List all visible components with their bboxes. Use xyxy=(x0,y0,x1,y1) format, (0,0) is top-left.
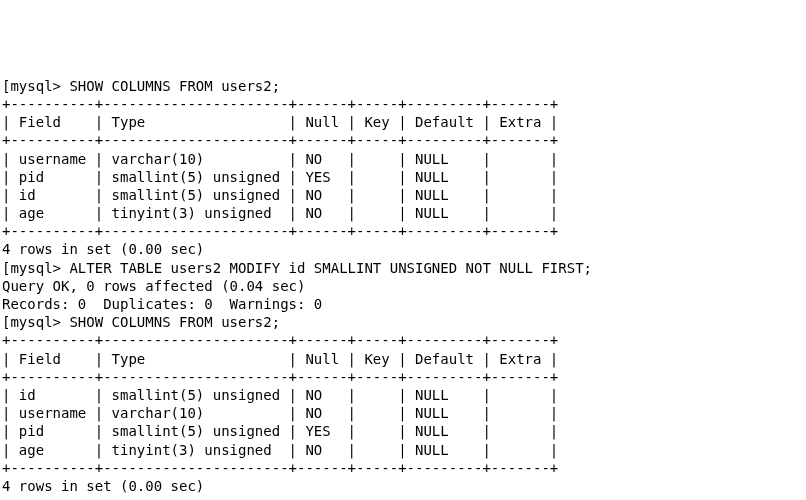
table-row: | pid | smallint(5) unsigned | YES | | N… xyxy=(2,422,804,440)
table-row: | id | smallint(5) unsigned | NO | | NUL… xyxy=(2,186,804,204)
result-summary-cut: 4 rows in set (0.00 sec) xyxy=(2,477,804,495)
mysql-command[interactable]: [mysql> ALTER TABLE users2 MODIFY id SMA… xyxy=(2,259,804,277)
table-border: +----------+----------------------+-----… xyxy=(2,95,804,113)
table-row: | age | tinyint(3) unsigned | NO | | NUL… xyxy=(2,441,804,459)
table-border: +----------+----------------------+-----… xyxy=(2,368,804,386)
mysql-command[interactable]: [mysql> SHOW COLUMNS FROM users2; xyxy=(2,313,804,331)
result-text: Records: 0 Duplicates: 0 Warnings: 0 xyxy=(2,295,804,313)
table-border: +----------+----------------------+-----… xyxy=(2,459,804,477)
table-border: +----------+----------------------+-----… xyxy=(2,331,804,349)
table-border: +----------+----------------------+-----… xyxy=(2,131,804,149)
table-row: | pid | smallint(5) unsigned | YES | | N… xyxy=(2,168,804,186)
table-row: | id | smallint(5) unsigned | NO | | NUL… xyxy=(2,386,804,404)
result-summary: 4 rows in set (0.00 sec) xyxy=(2,240,804,258)
table-row: | username | varchar(10) | NO | | NULL |… xyxy=(2,404,804,422)
table-header-row: | Field | Type | Null | Key | Default | … xyxy=(2,113,804,131)
result-text: Query OK, 0 rows affected (0.04 sec) xyxy=(2,277,804,295)
table-border: +----------+----------------------+-----… xyxy=(2,222,804,240)
terminal-output: [mysql> SHOW COLUMNS FROM users2;+------… xyxy=(2,77,804,495)
mysql-command[interactable]: [mysql> SHOW COLUMNS FROM users2; xyxy=(2,77,804,95)
table-row: | username | varchar(10) | NO | | NULL |… xyxy=(2,150,804,168)
table-header-row: | Field | Type | Null | Key | Default | … xyxy=(2,350,804,368)
table-row: | age | tinyint(3) unsigned | NO | | NUL… xyxy=(2,204,804,222)
